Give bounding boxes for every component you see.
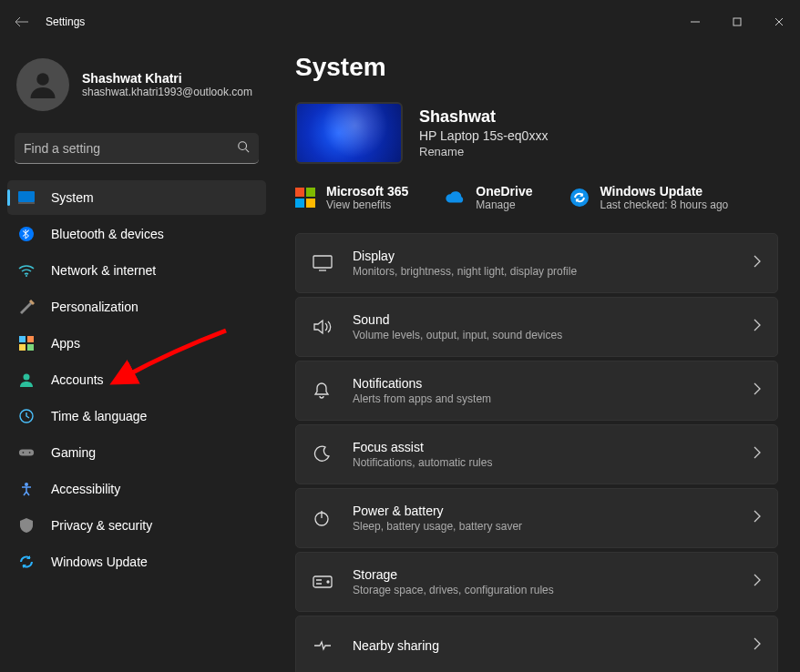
sidebar-item-personalization[interactable]: Personalization [7, 290, 266, 324]
sidebar-item-privacy[interactable]: Privacy & security [7, 508, 266, 543]
sidebar-item-system[interactable]: System [7, 180, 266, 215]
power-icon [313, 509, 333, 527]
tile-sound[interactable]: SoundVolume levels, output, input, sound… [295, 297, 778, 357]
sidebar-item-label: Network & internet [51, 263, 156, 278]
tile-sub: Sleep, battery usage, battery saver [353, 520, 733, 533]
svg-point-21 [570, 188, 589, 207]
device-wallpaper [295, 102, 403, 164]
accessibility-icon [18, 481, 35, 497]
personalization-icon [18, 299, 35, 315]
svg-rect-9 [19, 344, 26, 351]
window-title: Settings [46, 15, 85, 28]
profile-block[interactable]: Shashwat Khatri shashwat.khatri1993@outl… [7, 55, 266, 124]
display-icon [313, 255, 333, 271]
sidebar-item-label: Windows Update [51, 555, 148, 569]
promo-title: OneDrive [476, 184, 532, 199]
svg-point-6 [26, 275, 27, 277]
svg-rect-17 [295, 188, 304, 197]
time-icon [18, 408, 35, 424]
focus-icon [313, 445, 333, 463]
sidebar-item-label: Bluetooth & devices [51, 227, 164, 241]
sidebar-item-label: Personalization [51, 300, 138, 314]
tile-sub: Alerts from apps and system [353, 392, 733, 405]
promo-m365[interactable]: Microsoft 365View benefits [295, 184, 408, 211]
promo-sub[interactable]: View benefits [326, 199, 408, 211]
sidebar-item-apps[interactable]: Apps [7, 326, 266, 361]
sidebar-item-label: Accessibility [51, 482, 120, 496]
main-content: System Shashwat HP Laptop 15s-eq0xxx Ren… [273, 44, 800, 672]
promo-title: Microsoft 365 [326, 184, 408, 199]
svg-point-15 [29, 452, 31, 453]
search-input[interactable] [24, 141, 237, 156]
nearby-icon [313, 638, 333, 653]
tile-title: Display [353, 249, 733, 263]
tile-power[interactable]: Power & batterySleep, battery usage, bat… [295, 488, 778, 548]
tile-title: Power & battery [353, 504, 733, 518]
system-icon [18, 189, 35, 206]
search-box[interactable] [15, 133, 259, 164]
tile-sub: Notifications, automatic rules [353, 456, 733, 469]
tile-storage[interactable]: StorageStorage space, drives, configurat… [295, 552, 778, 612]
sidebar-item-gaming[interactable]: Gaming [7, 435, 266, 470]
svg-rect-4 [18, 202, 35, 204]
tile-title: Storage [353, 567, 733, 582]
tile-title: Sound [353, 312, 733, 327]
sidebar-item-accessibility[interactable]: Accessibility [7, 472, 266, 506]
promo-sub[interactable]: Last checked: 8 hours ago [600, 199, 729, 211]
rename-link[interactable]: Rename [419, 145, 548, 158]
onedrive-icon [445, 188, 465, 208]
avatar [16, 58, 69, 111]
update-icon [18, 554, 35, 570]
sidebar-item-update[interactable]: Windows Update [7, 545, 266, 579]
tile-nearby[interactable]: Nearby sharing [295, 616, 778, 672]
tile-notifications[interactable]: NotificationsAlerts from apps and system [295, 361, 778, 421]
chevron-right-icon [754, 319, 761, 335]
svg-point-14 [23, 452, 25, 453]
settings-tiles: DisplayMonitors, brightness, night light… [295, 233, 778, 672]
promo-row: Microsoft 365View benefitsOneDriveManage… [295, 184, 778, 211]
maximize-button[interactable] [716, 7, 758, 36]
svg-rect-0 [733, 18, 741, 25]
sidebar-item-network[interactable]: Network & internet [7, 253, 266, 288]
chevron-right-icon [754, 637, 761, 654]
apps-icon [18, 335, 35, 351]
svg-rect-10 [27, 344, 34, 351]
svg-rect-8 [27, 336, 34, 342]
sidebar-item-label: Time & language [51, 409, 147, 423]
svg-rect-22 [313, 256, 332, 268]
svg-point-11 [24, 374, 30, 381]
storage-icon [313, 575, 333, 588]
update-icon [569, 188, 590, 208]
svg-point-25 [327, 581, 329, 583]
svg-rect-19 [295, 199, 304, 208]
promo-onedrive[interactable]: OneDriveManage [445, 184, 532, 211]
promo-update[interactable]: Windows UpdateLast checked: 8 hours ago [569, 184, 729, 211]
tile-sub: Monitors, brightness, night light, displ… [353, 265, 733, 278]
tile-focus[interactable]: Focus assistNotifications, automatic rul… [295, 424, 778, 484]
sidebar-item-bluetooth[interactable]: Bluetooth & devices [7, 217, 266, 251]
sidebar-item-label: Privacy & security [51, 518, 152, 533]
close-button[interactable] [758, 7, 800, 36]
network-icon [18, 262, 35, 279]
tile-title: Focus assist [353, 440, 733, 454]
sidebar-item-accounts[interactable]: Accounts [7, 362, 266, 397]
chevron-right-icon [754, 255, 761, 271]
svg-rect-18 [306, 188, 315, 197]
gaming-icon [18, 444, 35, 461]
device-user-name: Shashwat [419, 107, 548, 127]
promo-sub[interactable]: Manage [476, 199, 532, 211]
page-title: System [295, 53, 778, 82]
sidebar-item-time[interactable]: Time & language [7, 399, 266, 433]
bluetooth-icon [18, 226, 35, 242]
sidebar-item-label: System [51, 190, 94, 205]
svg-rect-20 [306, 199, 315, 208]
svg-point-16 [25, 483, 28, 486]
svg-rect-7 [19, 336, 26, 342]
chevron-right-icon [754, 382, 761, 399]
back-button[interactable] [15, 15, 29, 29]
minimize-button[interactable] [674, 7, 716, 36]
sidebar-item-label: Accounts [51, 372, 104, 387]
chevron-right-icon [754, 510, 761, 526]
svg-point-1 [36, 73, 49, 86]
tile-display[interactable]: DisplayMonitors, brightness, night light… [295, 233, 778, 293]
